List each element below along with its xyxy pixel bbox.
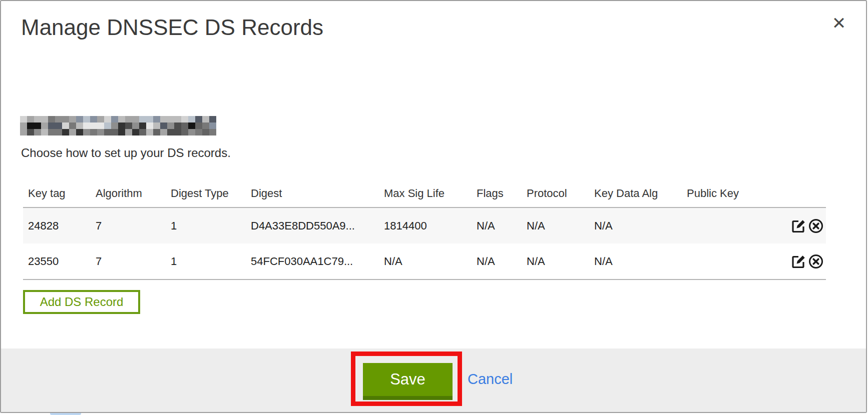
cell-key-data-alg: N/A — [589, 255, 682, 268]
dialog-footer: Save Cancel — [1, 348, 866, 412]
cancel-link[interactable]: Cancel — [468, 371, 513, 388]
cell-digest: D4A33E8DD550A9... — [246, 220, 379, 232]
row-actions — [762, 218, 826, 234]
close-icon[interactable]: ✕ — [828, 12, 850, 34]
cell-algorithm: 7 — [91, 255, 166, 268]
ds-records-table: Key tag Algorithm Digest Type Digest Max… — [23, 180, 826, 280]
cell-key-tag: 24828 — [23, 220, 91, 232]
cell-key-tag: 23550 — [23, 255, 91, 268]
column-header-max-sig-life: Max Sig Life — [379, 187, 472, 200]
row-actions — [762, 254, 826, 270]
column-header-digest-type: Digest Type — [166, 187, 246, 200]
column-header-flags: Flags — [472, 187, 522, 200]
cell-key-data-alg: N/A — [589, 220, 682, 232]
cell-flags: N/A — [472, 255, 522, 268]
cell-digest: 54FCF030AA1C79... — [246, 255, 379, 268]
edit-record-icon[interactable] — [790, 254, 806, 270]
cell-algorithm: 7 — [91, 220, 166, 232]
column-header-protocol: Protocol — [522, 187, 589, 200]
delete-record-icon[interactable] — [808, 218, 824, 234]
cell-digest-type: 1 — [166, 220, 246, 232]
cell-protocol: N/A — [522, 220, 589, 232]
column-header-public-key: Public Key — [682, 187, 762, 200]
save-button[interactable]: Save — [363, 363, 453, 400]
table-row: 24828 7 1 D4A33E8DD550A9... 1814400 N/A … — [23, 208, 826, 244]
table-row: 23550 7 1 54FCF030AA1C79... N/A N/A N/A … — [23, 244, 826, 279]
column-header-digest: Digest — [246, 187, 379, 200]
add-ds-record-button[interactable]: Add DS Record — [23, 290, 140, 314]
instruction-text: Choose how to set up your DS records. — [21, 146, 231, 160]
page-title: Manage DNSSEC DS Records — [21, 15, 323, 40]
edit-record-icon[interactable] — [790, 218, 806, 234]
cell-protocol: N/A — [522, 255, 589, 268]
table-body: 24828 7 1 D4A33E8DD550A9... 1814400 N/A … — [23, 207, 826, 280]
cell-digest-type: 1 — [166, 255, 246, 268]
delete-record-icon[interactable] — [808, 254, 824, 270]
column-header-algorithm: Algorithm — [91, 187, 166, 200]
table-header-row: Key tag Algorithm Digest Type Digest Max… — [23, 180, 826, 207]
column-header-key-tag: Key tag — [23, 187, 91, 200]
redacted-domain-blur — [20, 116, 216, 136]
cell-max-sig-life: N/A — [379, 255, 472, 268]
cell-max-sig-life: 1814400 — [379, 220, 472, 232]
cell-flags: N/A — [472, 220, 522, 232]
manage-dnssec-dialog: Manage DNSSEC DS Records ✕ Choose how to… — [0, 0, 867, 413]
column-header-key-data-alg: Key Data Alg — [589, 187, 682, 200]
page: Manage DNSSEC DS Records ✕ Choose how to… — [0, 0, 868, 415]
